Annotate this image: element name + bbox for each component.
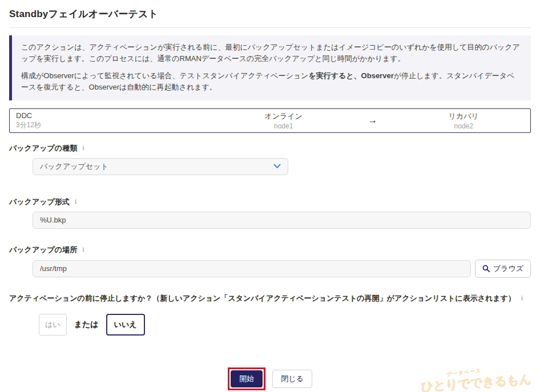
backup-format-input[interactable] [33,212,531,229]
info-paragraph-2-bold: を実行すると、Observer [308,71,393,80]
pause-question-row: アクティベーションの前に停止しますか？（新しいアクション「スタンバイアクティベー… [9,293,531,304]
chevron-down-icon [273,164,281,169]
search-icon [482,265,490,272]
info-icon[interactable]: i [521,295,523,301]
info-icon[interactable]: i [75,199,77,205]
database-duration: 3分12秒 [16,120,41,130]
close-button[interactable]: 閉じる [272,370,312,388]
start-button[interactable]: 開始 [231,370,263,387]
info-paragraph-2-pre: 構成がObserverによって監視されている場合、テストスタンバイアクティベーシ… [21,71,308,80]
info-banner: このアクションは、アクティベーションが実行される前に、最初にバックアップセットま… [9,35,531,100]
backup-location-label-row: バックアップの場所 i [9,245,531,255]
backup-type-select[interactable]: バックアップセット [33,158,288,175]
pause-question-label: アクティベーションの前に停止しますか？（新しいアクション「スタンバイアクティベー… [9,293,515,304]
annotation-highlight-box: 開始 [228,367,265,390]
backup-format-label-row: バックアップ形式 i [9,197,531,207]
backup-location-input[interactable] [33,260,471,277]
info-icon[interactable]: i [82,246,84,253]
arrow-right-icon: → [368,115,377,126]
or-label: または [74,320,99,330]
dialog-actions: 開始 閉じる [9,367,531,390]
target-node-block: リカバリ node2 [449,111,479,130]
no-button[interactable]: いいえ [106,314,145,336]
title-divider [9,27,531,28]
failover-status-bar: DDC 3分12秒 オンライン node1 → リカバリ node2 [9,108,531,133]
backup-format-label: バックアップ形式 [9,197,70,207]
source-node: node1 [264,122,303,130]
target-state: リカバリ [449,111,479,122]
yes-button[interactable]: はい [39,314,67,336]
backup-location-label: バックアップの場所 [9,245,77,255]
info-icon[interactable]: i [82,145,84,151]
info-paragraph-2: 構成がObserverによって監視されている場合、テストスタンバイアクティベーシ… [21,70,522,93]
info-paragraph-1: このアクションは、アクティベーションが実行される前に、最初にバックアップセットま… [21,42,522,64]
backup-location-row: ブラウズ [33,260,531,278]
database-block: DDC 3分12秒 [16,111,41,130]
pause-toggle-group: はい または いいえ [39,313,531,336]
browse-label: ブラウズ [493,264,523,274]
source-state: オンライン [264,111,303,122]
database-name: DDC [16,111,41,120]
backup-type-label-row: バックアップの種類 i [9,143,531,153]
page-title: Standbyフェイルオーバーテスト [9,0,531,21]
backup-type-label: バックアップの種類 [9,143,77,153]
source-node-block: オンライン node1 [264,111,303,130]
standby-failover-test-dialog: Standbyフェイルオーバーテスト このアクションは、アクティベーションが実行… [0,0,540,392]
target-node: node2 [449,122,479,130]
backup-type-value: バックアップセット [40,161,273,172]
browse-button[interactable]: ブラウズ [475,260,531,278]
